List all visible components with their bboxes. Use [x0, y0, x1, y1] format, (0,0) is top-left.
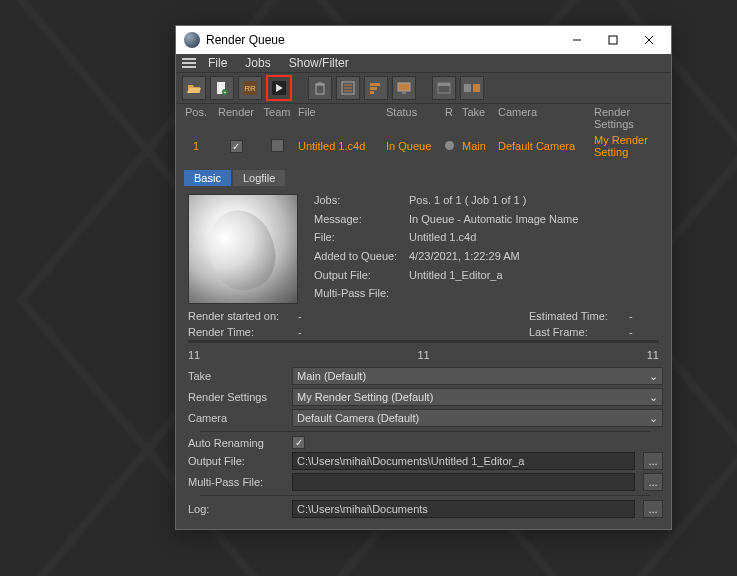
- log-label: Log:: [188, 503, 284, 515]
- detail-tabs: Basic Logfile: [176, 162, 671, 186]
- col-pos[interactable]: Pos.: [182, 106, 210, 130]
- added-label: Added to Queue:: [314, 250, 409, 267]
- timing-row-1: Render started on: - Estimated Time: -: [176, 308, 671, 324]
- start-render-button[interactable]: [266, 75, 292, 101]
- window-pref-button[interactable]: [432, 76, 456, 100]
- output-browse-button[interactable]: ...: [643, 452, 663, 470]
- camera-select[interactable]: Default Camera (Default)⌄: [292, 409, 663, 427]
- team-checkbox[interactable]: [271, 139, 284, 152]
- multipass-label: Multi-Pass File:: [314, 287, 409, 304]
- monitor-button[interactable]: [392, 76, 416, 100]
- svg-rect-20: [370, 91, 374, 94]
- rr-button[interactable]: RR: [238, 76, 262, 100]
- svg-rect-25: [464, 84, 471, 92]
- list-button[interactable]: [336, 76, 360, 100]
- multipass-file-field[interactable]: [292, 473, 635, 491]
- chevron-down-icon: ⌄: [649, 370, 658, 383]
- chevron-down-icon: ⌄: [649, 391, 658, 404]
- col-rendersettings[interactable]: Render Settings: [594, 106, 665, 130]
- multipass-browse-button[interactable]: ...: [643, 473, 663, 491]
- row-take[interactable]: Main: [462, 140, 492, 152]
- svg-rect-24: [438, 83, 450, 86]
- output-label: Output File:: [314, 269, 409, 286]
- svg-rect-1: [609, 36, 617, 44]
- svg-rect-18: [370, 83, 380, 86]
- col-r[interactable]: R: [442, 106, 456, 130]
- col-file[interactable]: File: [298, 106, 380, 130]
- svg-rect-19: [370, 87, 377, 90]
- queue-header: Pos. Render Team File Status R Take Came…: [176, 104, 671, 132]
- jobs-label: Jobs:: [314, 194, 409, 211]
- added-value: 4/23/2021, 1:22:29 AM: [409, 250, 578, 267]
- take-label: Take: [188, 370, 284, 382]
- info-panel: Jobs: Pos. 1 of 1 ( Job 1 of 1 ) Message…: [176, 186, 671, 308]
- progress-left: 11: [188, 349, 345, 361]
- row-rendersettings[interactable]: My Render Setting: [594, 134, 665, 158]
- status-dot-icon: [445, 141, 454, 150]
- lastframe-label: Last Frame:: [529, 326, 629, 338]
- tab-basic[interactable]: Basic: [184, 170, 231, 186]
- log-browse-button[interactable]: ...: [643, 500, 663, 518]
- auto-renaming-checkbox[interactable]: [292, 436, 305, 449]
- rendersettings-label: Render Settings: [188, 391, 284, 403]
- render-started-value: -: [298, 310, 338, 322]
- new-doc-button[interactable]: +: [210, 76, 234, 100]
- output-value: Untitled 1_Editor_a: [409, 269, 578, 286]
- output-file-label: Output File:: [188, 455, 284, 467]
- tab-logfile[interactable]: Logfile: [233, 170, 285, 186]
- multipass-value: [409, 287, 578, 304]
- menu-showfilter[interactable]: Show/Filter: [281, 54, 357, 72]
- menubar: File Jobs Show/Filter: [176, 54, 671, 73]
- timing-row-2: Render Time: - Last Frame: -: [176, 324, 671, 340]
- render-time-value: -: [298, 326, 338, 338]
- rendersettings-select[interactable]: My Render Setting (Default)⌄: [292, 388, 663, 406]
- render-checkbox[interactable]: [230, 140, 243, 153]
- progress-center: 11: [345, 349, 502, 361]
- close-button[interactable]: [631, 26, 667, 54]
- jobs-value: Pos. 1 of 1 ( Job 1 of 1 ): [409, 194, 578, 211]
- progress-bar: [188, 340, 659, 343]
- render-time-label: Render Time:: [188, 326, 298, 338]
- row-status: In Queue: [386, 140, 436, 152]
- menu-jobs[interactable]: Jobs: [237, 54, 278, 72]
- svg-rect-21: [398, 83, 410, 91]
- camera-label: Camera: [188, 412, 284, 424]
- hamburger-icon[interactable]: [180, 56, 198, 70]
- row-camera[interactable]: Default Camera: [498, 140, 588, 152]
- open-file-button[interactable]: [182, 76, 206, 100]
- output-file-field[interactable]: C:\Users\mihai\Documents\Untitled 1_Edit…: [292, 452, 635, 470]
- message-label: Message:: [314, 213, 409, 230]
- compare-button[interactable]: [460, 76, 484, 100]
- settings-form: Take Main (Default)⌄ Render Settings My …: [176, 365, 671, 529]
- toolbar: + RR: [176, 73, 671, 104]
- row-file[interactable]: Untitled 1.c4d: [298, 140, 380, 152]
- chevron-down-icon: ⌄: [649, 412, 658, 425]
- delete-job-button[interactable]: [308, 76, 332, 100]
- progress-right: 11: [502, 349, 659, 361]
- col-render[interactable]: Render: [216, 106, 256, 130]
- svg-rect-26: [473, 84, 480, 92]
- svg-rect-11: [316, 85, 324, 94]
- minimize-button[interactable]: [559, 26, 595, 54]
- col-camera[interactable]: Camera: [498, 106, 588, 130]
- menu-file[interactable]: File: [200, 54, 235, 72]
- render-queue-window: Render Queue File Jobs Show/Filter + RR: [175, 25, 672, 530]
- progress-labels: 11 11 11: [176, 347, 671, 365]
- col-status[interactable]: Status: [386, 106, 436, 130]
- preview-thumbnail[interactable]: [188, 194, 298, 304]
- estimated-value: -: [629, 310, 659, 322]
- log-field[interactable]: C:\Users\mihai\Documents: [292, 500, 635, 518]
- window-title: Render Queue: [206, 33, 559, 47]
- app-icon: [184, 32, 200, 48]
- maximize-button[interactable]: [595, 26, 631, 54]
- col-take[interactable]: Take: [462, 106, 492, 130]
- svg-text:RR: RR: [244, 84, 256, 93]
- message-value: In Queue - Automatic Image Name: [409, 213, 578, 230]
- sort-button[interactable]: [364, 76, 388, 100]
- render-started-label: Render started on:: [188, 310, 298, 322]
- queue-row[interactable]: 1 Untitled 1.c4d In Queue Main Default C…: [176, 132, 671, 160]
- take-select[interactable]: Main (Default)⌄: [292, 367, 663, 385]
- svg-text:+: +: [224, 89, 227, 95]
- col-team[interactable]: Team: [262, 106, 292, 130]
- titlebar[interactable]: Render Queue: [176, 26, 671, 54]
